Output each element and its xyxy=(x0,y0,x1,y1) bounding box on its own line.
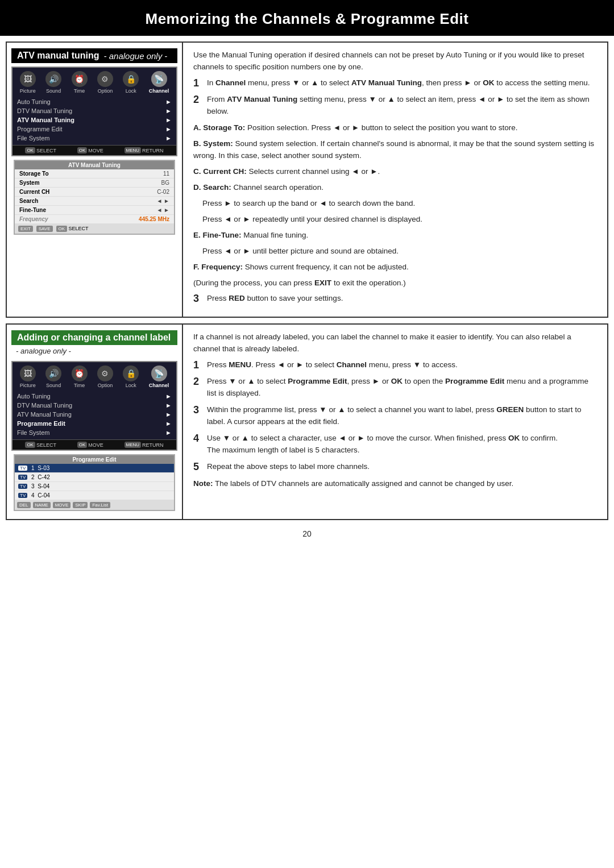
footer-select: OK SELECT xyxy=(25,147,56,153)
menu2-file-label: File System xyxy=(17,429,49,436)
menu2-item-auto-tuning: Auto Tuning ► xyxy=(17,392,172,401)
sub-d-note1: Press ► to search up the band or ◄ to se… xyxy=(202,198,597,210)
prog-edit-box: Programme Edit TV 1 S-03 TV 2 C-42 TV 3 … xyxy=(14,454,175,511)
tv-menu-items-2: Auto Tuning ► DTV Manual Tuning ► ATV Ma… xyxy=(13,389,176,439)
sec2-step4: 4 Use ▼ or ▲ to select a character, use … xyxy=(193,433,597,456)
channel-icon-2: 📡 xyxy=(151,366,167,381)
menu-item-dtv-manual: DTV Manual Tuning ► xyxy=(17,106,172,115)
sub-d: D. Search: Channel search operation. xyxy=(193,182,597,194)
menu-item-prog-arrow: ► xyxy=(165,126,172,132)
menu2-item-file-system: File System ► xyxy=(17,428,172,437)
picture-icon: 🖼 xyxy=(20,71,36,87)
prog-skip-btn[interactable]: SKIP xyxy=(73,502,88,508)
icon-sound-label: Sound xyxy=(46,88,61,94)
channel-icon: 📡 xyxy=(151,71,167,87)
option-icon-2: ⚙ xyxy=(97,366,113,381)
section2-right: If a channel is not already labeled, you… xyxy=(183,325,607,519)
menu2-item-atv-manual: ATV Manual Tuning ► xyxy=(17,410,172,419)
tv-menu-footer: OK SELECT OK MOVE MENU RETURN xyxy=(13,145,176,155)
icon2-time-label: Time xyxy=(74,383,85,388)
atv-select-label: OK SELECT xyxy=(56,226,89,232)
icon2-picture: 🖼 Picture xyxy=(20,366,36,388)
prog-del-btn[interactable]: DEL xyxy=(17,502,31,508)
sec2-step1-text: Press MENU. Press ◄ or ► to select Chann… xyxy=(207,359,597,372)
lock-icon-2: 🔒 xyxy=(123,366,139,381)
sec2-step1-num: 1 xyxy=(193,359,204,372)
section1-title-bar: ATV manual tuning - analogue only - xyxy=(11,48,177,63)
atv-row-storage: Storage To 11 xyxy=(15,169,174,178)
menu2-atv-label: ATV Manual Tuning xyxy=(17,411,72,418)
menu-item-prog-edit-label: Programme Edit xyxy=(17,126,62,132)
icon-picture-label: Picture xyxy=(20,88,36,94)
sub-c: C. Current CH: Selects current channel u… xyxy=(193,166,597,178)
prog-move-btn[interactable]: MOVE xyxy=(53,502,71,508)
lock-icon: 🔒 xyxy=(123,71,139,87)
menu2-dtv-label: DTV Manual Tuning xyxy=(17,402,72,409)
section2-title: Adding or changing a channel label xyxy=(17,333,171,342)
icon-option: ⚙ Option xyxy=(97,71,113,94)
sub-f: F. Frequency: Shows current frequency, i… xyxy=(193,261,597,273)
main-content: ATV manual tuning - analogue only - 🖼 Pi… xyxy=(0,41,614,544)
menu2-dtv-arrow: ► xyxy=(165,402,172,409)
atv-system-label: System xyxy=(19,180,40,186)
menu2-file-arrow: ► xyxy=(165,429,172,436)
atv-row-finetune: Fine-Tune ◄ ► xyxy=(15,206,174,215)
icon2-channel: 📡 Channel xyxy=(149,366,169,388)
sec2-step3-text: Within the programme list, press ▼ or ▲ … xyxy=(207,404,597,428)
atv-tuning-footer: EXIT SAVE OK SELECT xyxy=(15,224,174,234)
menu-item-atv-manual-label: ATV Manual Tuning xyxy=(17,117,74,123)
section2-note: Note: The labels of DTV channels are aut… xyxy=(193,478,597,490)
prog-favlist-btn[interactable]: Fav.List xyxy=(90,502,110,508)
time-icon-2: ⏰ xyxy=(72,366,88,381)
atv-storage-label: Storage To xyxy=(19,171,48,177)
atv-exit-btn[interactable]: EXIT xyxy=(18,226,33,232)
prog-row2-text: 2 C-42 xyxy=(30,474,50,480)
tv-menu-icons: 🖼 Picture 🔊 Sound ⏰ Time ⚙ Option xyxy=(13,68,176,95)
sec2-step4-text: Use ▼ or ▲ to select a character, use ◄ … xyxy=(207,433,597,456)
menu-item-auto-tuning-arrow: ► xyxy=(165,98,172,105)
prog-name-btn[interactable]: NAME xyxy=(33,502,51,508)
menu2-auto-label: Auto Tuning xyxy=(17,393,51,400)
section2-analogue-only: - analogue only - xyxy=(16,347,71,355)
page-title-text: Memorizing the Channels & Programme Edit xyxy=(146,10,469,27)
section-atv-manual-tuning: ATV manual tuning - analogue only - 🖼 Pi… xyxy=(6,41,608,318)
footer2-move: OK MOVE xyxy=(77,442,103,448)
atv-row-search: Search ◄ ► xyxy=(15,197,174,206)
atv-search-value: ◄ ► xyxy=(156,198,169,204)
sec2-step3: 3 Within the programme list, press ▼ or … xyxy=(193,404,597,428)
section-channel-label: Adding or changing a channel label - ana… xyxy=(6,323,608,520)
step1-num: 1 xyxy=(193,77,204,90)
atv-finetune-label: Fine-Tune xyxy=(19,207,46,213)
page-title: Memorizing the Channels & Programme Edit xyxy=(0,0,614,36)
sec2-step5: 5 Repeat the above steps to label more c… xyxy=(193,461,597,474)
icon-lock-label: Lock xyxy=(126,88,136,94)
atv-tuning-title: ATV Manual Tuning xyxy=(15,161,174,169)
section1-right: Use the Manual Tuning operation if desir… xyxy=(183,43,607,317)
menu-item-prog-edit: Programme Edit ► xyxy=(17,124,172,134)
prog-edit-row-2: TV 2 C-42 xyxy=(15,473,174,482)
sec2-step5-text: Repeat the above steps to label more cha… xyxy=(207,461,597,474)
step2-text: From ATV Manual Tuning setting menu, pre… xyxy=(207,94,597,118)
section1-left: ATV manual tuning - analogue only - 🖼 Pi… xyxy=(7,43,183,317)
sec2-step3-num: 3 xyxy=(193,404,204,428)
icon-sound: 🔊 Sound xyxy=(45,71,61,94)
sub-e: E. Fine-Tune: Manual fine tuning. xyxy=(193,230,597,242)
atv-frequency-label: Frequency xyxy=(19,216,48,222)
menu-item-file-arrow: ► xyxy=(165,135,172,142)
section1-title: ATV manual tuning xyxy=(17,51,99,61)
step1-text: In Channel menu, press ▼ or ▲ to select … xyxy=(207,77,597,90)
menu-item-dtv-manual-label: DTV Manual Tuning xyxy=(17,107,72,114)
prog-badge-1: TV xyxy=(18,466,27,471)
time-icon: ⏰ xyxy=(72,71,88,87)
sub-d-note2: Press ◄ or ► repeatedly until your desir… xyxy=(202,214,597,226)
atv-row-system: System BG xyxy=(15,178,174,188)
icon2-lock: 🔒 Lock xyxy=(123,366,139,388)
menu-item-file-system: File System ► xyxy=(17,134,172,143)
icon-channel-label: Channel xyxy=(149,88,169,94)
prog-edit-row-4: TV 4 C-04 xyxy=(15,491,174,500)
atv-save-btn[interactable]: SAVE xyxy=(36,226,53,232)
atv-row-currentch: Current CH C-02 xyxy=(15,188,174,197)
menu-item-file-system-label: File System xyxy=(17,135,49,142)
picture-icon-2: 🖼 xyxy=(20,366,36,381)
sub-b: B. System: Sound system selection. If ce… xyxy=(193,138,597,162)
